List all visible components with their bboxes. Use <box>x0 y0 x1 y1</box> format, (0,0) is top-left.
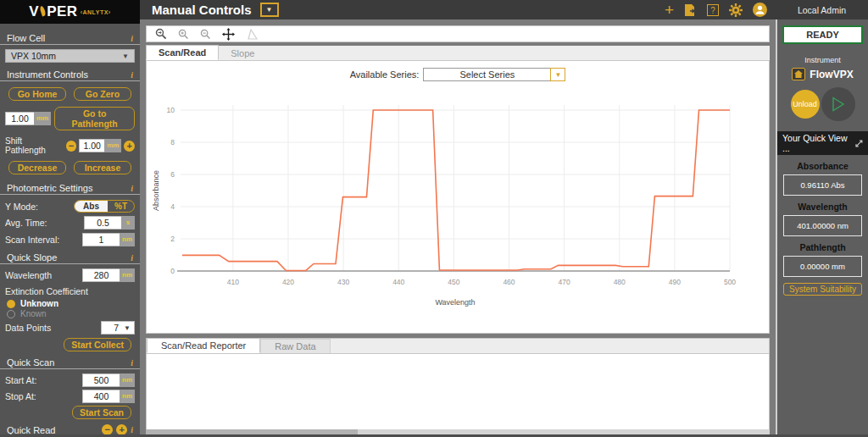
workspace: Scan/Read Slope Available Series: Select… <box>140 19 776 437</box>
qs-wavelength-label: Wavelength <box>5 270 52 280</box>
pathlength-label: Pathlength <box>777 242 868 252</box>
stop-at-label: Stop At: <box>5 391 36 401</box>
page-dropdown-button[interactable]: ▼ <box>260 3 279 17</box>
info-icon[interactable]: i <box>131 184 133 193</box>
current-user[interactable]: Local Admin <box>798 5 846 15</box>
info-icon[interactable]: i <box>131 70 133 80</box>
pan-move-icon[interactable] <box>222 28 235 41</box>
pathlength-unit: mm <box>34 112 51 125</box>
info-icon[interactable]: i <box>131 425 133 434</box>
scan-interval-input[interactable]: 1 <box>82 233 120 246</box>
zoom-in-icon[interactable] <box>178 29 189 40</box>
quick-slope-title: Quick Slope <box>7 252 57 263</box>
data-points-select[interactable]: 7 ▼ <box>101 321 135 335</box>
shift-pathlength-unit: mm <box>104 139 121 152</box>
play-icon <box>832 97 845 112</box>
shift-pathlength-label: Shift Pathlength <box>5 136 64 155</box>
wavelength-value: 401.00000 nm <box>783 215 862 236</box>
unload-button[interactable]: Unload <box>791 90 820 119</box>
available-series-label: Available Series: <box>350 69 420 80</box>
scan-interval-label: Scan Interval: <box>5 235 59 245</box>
svg-text:430: 430 <box>337 278 349 286</box>
play-button[interactable] <box>821 87 855 121</box>
avg-time-unit: s <box>121 216 135 230</box>
decrease-button[interactable]: Decrease <box>8 161 66 174</box>
info-icon[interactable]: i <box>131 253 133 263</box>
radio-known[interactable] <box>7 310 15 318</box>
main-tabstrip: Scan/Read Slope <box>146 46 770 61</box>
shift-pathlength-input[interactable]: 1.00 <box>79 139 104 152</box>
chevron-down-icon: ▼ <box>122 53 129 60</box>
svg-text:410: 410 <box>227 278 239 286</box>
zoom-region-icon[interactable] <box>155 28 167 40</box>
y-mode-pct-t[interactable]: %T <box>108 201 134 212</box>
svg-text:490: 490 <box>669 278 681 286</box>
extinction-coefficient-label: Extinction Coefficient <box>5 286 135 296</box>
absorbance-label: Absorbance <box>777 161 868 171</box>
info-icon[interactable]: i <box>131 34 133 43</box>
wavelength-label: Wavelength <box>777 202 868 212</box>
flow-cell-value: VPX 10mm <box>11 51 56 61</box>
help-icon[interactable]: ? <box>707 4 719 16</box>
shift-increment-button[interactable]: + <box>124 141 135 152</box>
status-ready-button[interactable]: READY <box>782 25 863 44</box>
instrument-label: Instrument <box>777 56 868 64</box>
tab-scan-read-reporter[interactable]: Scan/Read Reporter <box>147 338 260 353</box>
user-account-icon[interactable] <box>753 3 767 17</box>
go-home-button[interactable]: Go Home <box>8 87 66 101</box>
svg-text:10: 10 <box>167 106 175 114</box>
y-mode-abs[interactable]: Abs <box>75 201 108 212</box>
scan-chart[interactable]: 4104204304404504604704804905000246810Abs… <box>147 88 767 320</box>
quick-view-header[interactable]: Your Quick View ... <box>777 131 868 155</box>
brand-text-per: PER <box>47 3 77 20</box>
settings-gear-icon[interactable] <box>729 3 743 17</box>
y-mode-label: Y Mode: <box>5 202 38 212</box>
start-at-input[interactable]: 500 <box>82 373 120 387</box>
section-flow-cell: Flow Cell i <box>0 30 140 45</box>
polygon-select-icon[interactable] <box>246 29 259 40</box>
tab-raw-data[interactable]: Raw Data <box>260 339 330 353</box>
expand-icon[interactable] <box>855 140 863 147</box>
svg-text:8: 8 <box>170 138 175 147</box>
series-select[interactable]: Select Series ▼ <box>423 68 565 81</box>
home-icon[interactable] <box>792 68 805 80</box>
add-icon[interactable]: + <box>665 3 674 17</box>
radio-unknown-label[interactable]: Unknown <box>20 299 58 308</box>
start-at-label: Start At: <box>5 375 36 385</box>
go-to-pathlength-button[interactable]: Go to Pathlength <box>54 107 135 130</box>
flow-cell-select[interactable]: VPX 10mm ▼ <box>5 49 135 63</box>
tab-scan-read[interactable]: Scan/Read <box>146 45 219 60</box>
radio-known-label[interactable]: Known <box>20 309 47 318</box>
reporter-content <box>146 354 770 437</box>
svg-text:420: 420 <box>282 278 294 286</box>
tab-slope[interactable]: Slope <box>219 47 266 60</box>
section-quick-scan: Quick Scan i <box>0 355 140 369</box>
qs-wavelength-input[interactable]: 280 <box>82 268 120 282</box>
svg-text:6: 6 <box>170 170 175 179</box>
start-scan-button[interactable]: Start Scan <box>72 406 131 419</box>
chart-panel: Available Series: Select Series ▼ 410420… <box>146 61 770 334</box>
brand-logo: V PER ‹ANLYTX› <box>0 0 140 24</box>
start-at-unit: nm <box>120 373 135 387</box>
avg-time-input[interactable]: 0.5 <box>84 216 121 230</box>
go-zero-button[interactable]: Go Zero <box>74 87 131 101</box>
instrument-controls-title: Instrument Controls <box>7 69 88 80</box>
data-points-label: Data Points <box>5 323 51 333</box>
start-collect-button[interactable]: Start Collect <box>64 338 131 351</box>
shift-decrement-button[interactable]: − <box>66 141 77 152</box>
photometric-title: Photometric Settings <box>7 183 93 193</box>
radio-unknown[interactable] <box>7 300 15 308</box>
system-suitability-button[interactable]: System Suitability <box>783 283 862 296</box>
y-mode-toggle[interactable]: Abs %T <box>74 200 135 213</box>
zoom-out-icon[interactable] <box>200 29 211 40</box>
section-quick-slope: Quick Slope i <box>0 250 140 264</box>
qs-wavelength-unit: nm <box>120 268 135 282</box>
stop-at-input[interactable]: 400 <box>82 390 120 403</box>
export-report-icon[interactable] <box>684 3 697 17</box>
chart-toolbar <box>146 25 770 42</box>
pathlength-input[interactable]: 1.00 <box>5 112 34 125</box>
right-sidebar: READY Instrument FlowVPX Unload Your Qui… <box>776 19 868 437</box>
info-icon[interactable]: i <box>131 358 133 368</box>
increase-button[interactable]: Increase <box>74 161 131 174</box>
section-photometric-settings: Photometric Settings i <box>0 180 140 195</box>
